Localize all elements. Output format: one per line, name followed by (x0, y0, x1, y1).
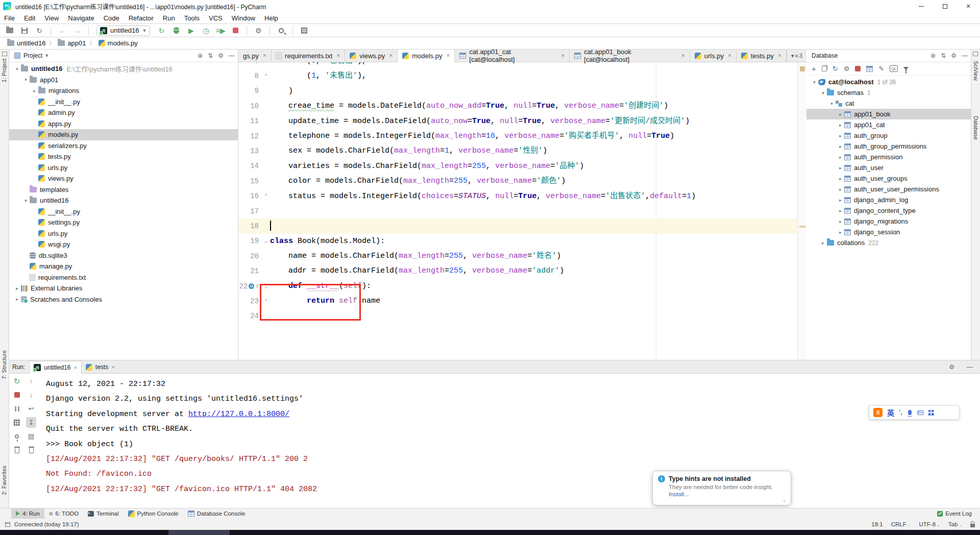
fold-marker[interactable]: ⌃ (262, 193, 270, 199)
project-tree-item[interactable]: urls.py (9, 162, 238, 174)
hide-panel-icon[interactable]: — (962, 52, 968, 59)
console-output[interactable]: August 12, 2021 - 22:17:32Django version… (46, 377, 975, 506)
toggle-toolwindows-icon[interactable] (5, 522, 10, 527)
fold-marker[interactable]: ⌃ (262, 73, 270, 79)
database-tree-item[interactable]: ▾cat@localhost1 of 36 (806, 77, 971, 87)
hide-panel-icon[interactable]: — (967, 363, 973, 371)
down-stack-trace-icon[interactable]: ↓ (26, 390, 36, 400)
close-icon[interactable]: × (263, 52, 266, 59)
close-icon[interactable]: × (561, 52, 565, 59)
coverage-icon[interactable]: ▶ (185, 25, 197, 36)
project-tree-item[interactable]: models.py (9, 129, 238, 140)
lock-icon[interactable] (970, 524, 975, 527)
menu-tools[interactable]: Tools (184, 14, 200, 22)
tool-window-button-4-run[interactable]: 4: Run (11, 508, 44, 519)
tool-window-button-python-console[interactable]: Python Console (124, 508, 183, 519)
open-icon[interactable] (4, 25, 15, 36)
editor-tab[interactable]: views.py× (345, 50, 398, 62)
collapse-all-icon[interactable]: ⇅ (208, 52, 213, 59)
tool-button-sciview[interactable]: SciView (973, 61, 979, 81)
database-tree-item[interactable]: ▸django_content_type (806, 205, 971, 216)
edit-icon[interactable]: ✎ (878, 65, 884, 72)
save-all-icon[interactable] (19, 25, 30, 36)
code-line[interactable]: 20 name = models.CharField(max_length=25… (238, 249, 797, 263)
stop-icon[interactable] (230, 25, 241, 36)
override-icon[interactable]: O (249, 283, 254, 289)
tool-button-database[interactable]: Database (973, 116, 979, 140)
database-tree-item[interactable]: ▸app01_book (806, 109, 971, 119)
breadcrumb-item[interactable]: models.py (99, 39, 138, 47)
duplicate-icon[interactable] (822, 66, 827, 71)
project-tree-item[interactable]: ▸Scratches and Consoles (9, 294, 238, 305)
run-tab[interactable]: tests× (82, 361, 119, 374)
status-item-utf-8[interactable]: UTF-8⌄ (919, 521, 940, 527)
add-icon[interactable]: + (812, 64, 816, 73)
code-line[interactable]: 21 addr = models.CharField(max_length=25… (238, 263, 797, 278)
project-tree-item[interactable]: ▸External Libraries (9, 283, 238, 294)
editor-tab[interactable]: requirements.txt× (272, 50, 345, 62)
breadcrumb-item[interactable]: untitled16 (7, 39, 45, 47)
close-icon[interactable]: × (336, 52, 340, 59)
back-icon[interactable]: ← (57, 25, 68, 36)
code-line[interactable]: 9 ) (238, 84, 797, 99)
profiler-icon[interactable]: ◷ (200, 25, 211, 36)
chevron-down-icon[interactable]: ⌄ (782, 497, 787, 503)
close-icon[interactable]: × (446, 52, 450, 59)
database-tree-item[interactable]: ▸app01_cat (806, 119, 971, 130)
code-area[interactable]: 7 (0, '已售出'),8⌃ (1, '未售出'),9 )10 creae_t… (238, 62, 806, 360)
tool-window-button-6-todo[interactable]: ≡6: TODO (44, 508, 83, 519)
hide-panel-icon[interactable]: — (229, 52, 235, 59)
editor-tab[interactable]: cat.app01_cat [cat@localhost]× (455, 50, 570, 62)
code-line[interactable]: 17 (238, 204, 797, 218)
menu-edit[interactable]: Edit (24, 14, 35, 22)
project-tree-item[interactable]: views.py (9, 173, 238, 184)
ime-language-toggle[interactable]: 英 (887, 407, 894, 418)
forward-icon[interactable]: → (71, 25, 83, 36)
editor-tab[interactable]: tests.py× (737, 50, 787, 62)
database-tree-item[interactable]: ▸auth_group (806, 130, 971, 141)
event-log-button[interactable]: Event Log (937, 510, 972, 517)
menu-refactor[interactable]: Refactor (129, 14, 154, 22)
settings-wrench-icon[interactable]: ⚙ (253, 25, 264, 36)
database-tree-item[interactable]: ▸django_migrations (806, 216, 971, 227)
project-tree-item[interactable]: wsgi.py (9, 239, 238, 250)
database-tree-item[interactable]: ▾cat (806, 98, 971, 109)
code-line[interactable]: 11 update_time = models.DateField(auto_n… (238, 114, 797, 129)
debug-icon[interactable] (170, 25, 182, 36)
database-tree-item[interactable]: ▸auth_permission (806, 152, 971, 162)
code-line[interactable]: 14 varieties = models.CharField(max_leng… (238, 159, 797, 174)
hidden-tabs-dropdown[interactable]: ▾≡3 (787, 50, 806, 62)
project-tree-item[interactable]: ▾app01 (9, 75, 238, 86)
sogou-logo-icon[interactable]: S (873, 408, 883, 417)
rerun-icon[interactable]: ↻ (12, 376, 22, 386)
project-tree-item[interactable]: tests.py (9, 151, 238, 162)
tool-window-button-database-console[interactable]: Database Console (183, 508, 250, 519)
mic-icon[interactable] (908, 410, 912, 415)
clear-icon[interactable] (26, 445, 36, 455)
code-line[interactable]: 13 sex = models.CharField(max_length=1, … (238, 143, 797, 158)
close-icon[interactable]: × (778, 52, 781, 59)
breadcrumb-item[interactable]: app01 (58, 39, 86, 47)
project-tree-item[interactable]: settings.py (9, 217, 238, 228)
editor-tab[interactable]: urls.py× (690, 50, 737, 62)
run-targets-icon[interactable]: ≡▶ (215, 25, 226, 36)
database-tree-item[interactable]: ▸auth_user_groups (806, 173, 971, 184)
fold-marker[interactable]: ⌄ (262, 238, 270, 244)
open-table-icon[interactable] (866, 66, 873, 72)
pause-output-icon[interactable] (12, 403, 22, 414)
keyboard-icon[interactable] (917, 410, 924, 415)
menu-help[interactable]: Help (264, 14, 278, 22)
editor-tab[interactable]: gs.py× (238, 50, 272, 62)
stop-icon[interactable] (855, 66, 861, 71)
status-item-tab[interactable]: Tab⌄ (948, 521, 962, 527)
synchronize-icon[interactable]: ↻ (34, 25, 45, 36)
database-tree-item[interactable]: ▸django_session (806, 227, 971, 237)
menu-navigate[interactable]: Navigate (68, 14, 94, 22)
menu-vcs[interactable]: VCS (209, 14, 223, 22)
refresh-icon[interactable]: ↻ (832, 65, 838, 72)
project-tree-item[interactable]: db.sqlite3 (9, 250, 238, 261)
tool-button-structure[interactable]: 7: Structure (1, 350, 7, 379)
maximize-button[interactable] (933, 0, 957, 12)
status-item-crlf[interactable]: CRLF⌄ (891, 521, 911, 527)
code-line[interactable]: 12 telephone = models.IntegerField(max_l… (238, 129, 797, 143)
